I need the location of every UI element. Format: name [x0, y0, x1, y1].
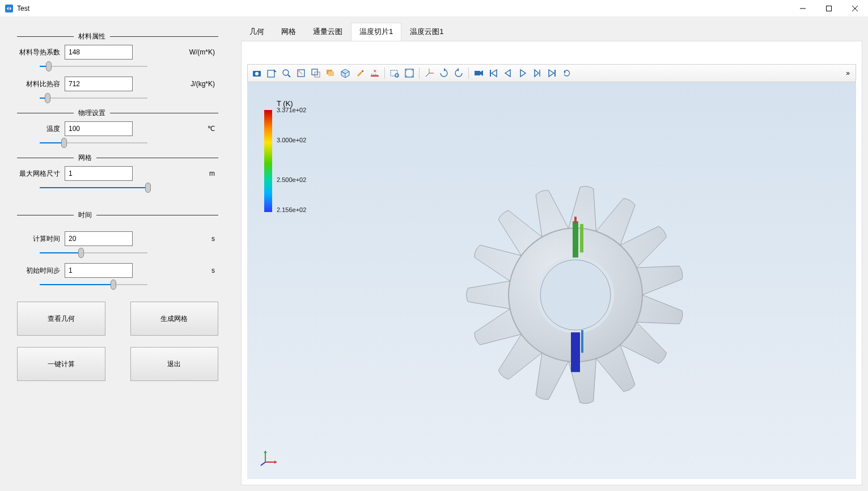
row-temperature: 温度 ℃ [17, 121, 218, 136]
loop-icon[interactable] [560, 66, 574, 80]
row-init-step: 初始时间步 s [17, 263, 218, 278]
section-header-physics: 物理设置 [17, 108, 218, 118]
minimize-button[interactable] [790, 0, 816, 17]
gear-visualization [456, 176, 695, 414]
zoom-icon[interactable] [280, 66, 293, 80]
unit-temperature: ℃ [208, 125, 218, 133]
svg-point-40 [540, 260, 611, 330]
fit-all-icon[interactable] [403, 66, 416, 80]
tab-1[interactable]: 网格 [273, 23, 304, 41]
input-thermal-conductivity[interactable] [65, 45, 133, 60]
tab-2[interactable]: 通量云图 [304, 23, 351, 41]
prev-icon[interactable] [501, 66, 515, 80]
svg-marker-25 [457, 68, 459, 71]
svg-rect-14 [328, 71, 334, 76]
unit-specific-heat: J/(kg*K) [190, 80, 218, 88]
label-init-step: 初始时间步 [17, 266, 65, 276]
rotate-axes-icon[interactable] [422, 66, 436, 80]
input-compute-time[interactable] [65, 231, 133, 246]
unit-thermal-conductivity: W/(m*K) [189, 48, 218, 56]
svg-rect-2 [827, 6, 832, 11]
marker-orange-icon[interactable] [353, 66, 367, 80]
ruler-red-icon[interactable]: ✕ [368, 66, 382, 80]
input-temperature[interactable] [65, 121, 133, 136]
slider-temperature[interactable] [40, 137, 147, 149]
toolbar-separator [384, 67, 385, 79]
section-title: 材料属性 [74, 32, 110, 41]
label-max-mesh-size: 最大网格尺寸 [17, 169, 65, 179]
svg-rect-43 [574, 217, 577, 223]
input-max-mesh-size[interactable] [65, 166, 133, 181]
view-geometry-button[interactable]: 查看几何 [17, 302, 105, 336]
svg-rect-7 [268, 70, 274, 77]
exit-button[interactable]: 退出 [130, 347, 219, 381]
slider-thermal-conductivity[interactable] [40, 61, 147, 72]
toolbar-separator [419, 67, 420, 79]
selection-box-icon[interactable] [294, 66, 308, 80]
input-specific-heat[interactable] [65, 77, 133, 91]
maximize-button[interactable] [816, 0, 842, 17]
label-compute-time: 计算时间 [17, 234, 65, 244]
tab-3[interactable]: 温度切片1 [351, 23, 401, 41]
tab-4[interactable]: 温度云图1 [401, 23, 452, 41]
section-title: 时间 [74, 210, 96, 220]
section-header-material: 材料属性 [17, 32, 218, 41]
input-init-step[interactable] [65, 263, 133, 278]
app-icon [5, 4, 14, 13]
label-temperature: 温度 [17, 124, 65, 134]
svg-marker-29 [492, 70, 497, 77]
svg-rect-15 [362, 70, 363, 72]
camera-icon[interactable] [250, 66, 264, 80]
export-icon[interactable] [265, 66, 278, 80]
cube-light-icon[interactable] [338, 66, 352, 80]
svg-text:✕: ✕ [373, 69, 377, 74]
svg-line-9 [288, 75, 290, 77]
video-camera-icon[interactable] [472, 66, 485, 80]
toolbar-overflow-button[interactable]: » [842, 69, 853, 77]
svg-line-50 [261, 462, 265, 465]
button-grid: 查看几何 生成网格 一键计算 退出 [17, 302, 218, 381]
viewer-canvas[interactable]: T (K) 3.371e+023.000e+022.500e+022.156e+… [247, 82, 856, 479]
axis-triad-icon [260, 447, 280, 468]
first-icon[interactable] [486, 66, 500, 80]
section-header-time: 时间 [17, 210, 218, 220]
slider-init-step[interactable] [40, 279, 147, 290]
slider-compute-time[interactable] [40, 247, 147, 259]
slider-specific-heat[interactable] [40, 92, 147, 104]
layers-icon[interactable] [324, 66, 337, 80]
legend-tick: 3.000e+02 [277, 137, 306, 143]
svg-rect-41 [573, 221, 578, 257]
section-title: 物理设置 [74, 108, 110, 118]
ccw-icon[interactable] [452, 66, 465, 80]
content-area: 几何网格通量云图温度切片1温度云图1 ✕» T (K) 3.371e+023.0… [235, 17, 868, 491]
svg-marker-32 [535, 70, 539, 77]
compute-button[interactable]: 一键计算 [17, 347, 105, 381]
tab-0[interactable]: 几何 [241, 23, 273, 41]
legend-ticks: 3.371e+023.000e+022.500e+022.156e+02 [277, 110, 316, 212]
box-sub-icon[interactable] [309, 66, 323, 80]
svg-marker-34 [549, 70, 554, 77]
svg-marker-47 [274, 460, 277, 464]
slider-max-mesh-size[interactable] [40, 182, 147, 193]
play-icon[interactable] [516, 66, 530, 80]
legend-tick: 2.500e+02 [277, 176, 306, 183]
svg-marker-24 [444, 68, 446, 71]
section-title: 网格 [74, 153, 96, 163]
cw-icon[interactable] [437, 66, 451, 80]
step-icon[interactable] [531, 66, 544, 80]
svg-line-23 [426, 73, 429, 77]
svg-marker-31 [520, 70, 526, 77]
sidebar: 材料属性 材料导热系数 W/(m*K) 材料比热容 J/(kg*K) 物理设置 … [0, 17, 235, 491]
viewer-toolbar: ✕» [247, 64, 856, 82]
close-button[interactable] [842, 0, 868, 17]
window-title: Test [17, 5, 29, 12]
last-icon[interactable] [545, 66, 559, 80]
color-legend: T (K) 3.371e+023.000e+022.500e+022.156e+… [264, 99, 316, 212]
generate-mesh-button[interactable]: 生成网格 [130, 302, 219, 336]
unit-max-mesh-size: m [209, 170, 218, 177]
svg-marker-27 [480, 70, 483, 76]
zoom-rect-icon[interactable] [388, 66, 401, 80]
svg-point-19 [395, 74, 399, 77]
svg-rect-42 [580, 224, 583, 252]
legend-tick: 2.156e+02 [277, 206, 306, 213]
